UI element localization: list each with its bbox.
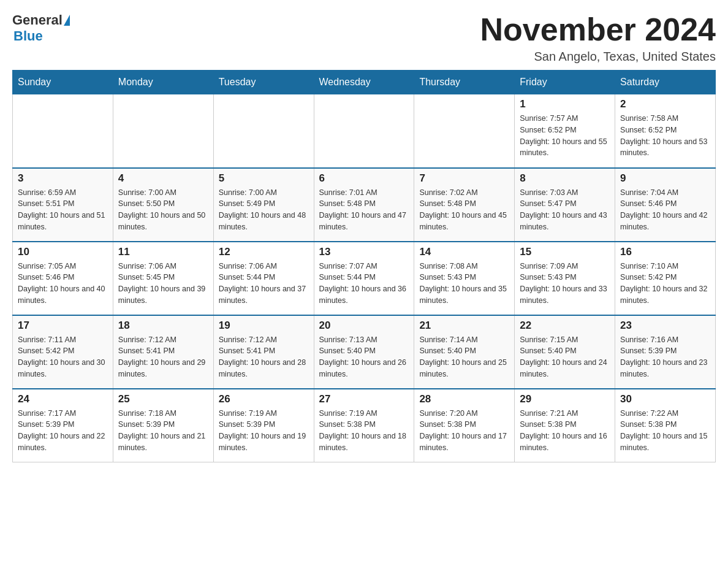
calendar-cell: 16Sunrise: 7:10 AMSunset: 5:42 PMDayligh… — [615, 242, 716, 315]
title-area: November 2024 San Angelo, Texas, United … — [480, 12, 716, 64]
calendar-cell — [414, 94, 515, 168]
day-number: 5 — [219, 172, 309, 185]
day-info: Sunrise: 7:00 AMSunset: 5:49 PMDaylight:… — [219, 187, 309, 233]
day-number: 8 — [520, 172, 610, 185]
calendar-cell: 1Sunrise: 7:57 AMSunset: 6:52 PMDaylight… — [515, 94, 615, 168]
header-thursday: Thursday — [414, 71, 515, 94]
day-info: Sunrise: 7:03 AMSunset: 5:47 PMDaylight:… — [520, 187, 610, 233]
day-info: Sunrise: 7:22 AMSunset: 5:38 PMDaylight:… — [620, 408, 710, 454]
calendar-cell: 19Sunrise: 7:12 AMSunset: 5:41 PMDayligh… — [213, 315, 314, 389]
calendar-cell: 12Sunrise: 7:06 AMSunset: 5:44 PMDayligh… — [213, 242, 314, 315]
day-number: 26 — [219, 393, 309, 405]
calendar-cell: 9Sunrise: 7:04 AMSunset: 5:46 PMDaylight… — [615, 168, 716, 242]
day-info: Sunrise: 7:17 AMSunset: 5:39 PMDaylight:… — [18, 408, 108, 454]
calendar-week-3: 10Sunrise: 7:05 AMSunset: 5:46 PMDayligh… — [13, 242, 716, 315]
calendar-cell: 13Sunrise: 7:07 AMSunset: 5:44 PMDayligh… — [314, 242, 414, 315]
day-number: 17 — [18, 320, 108, 332]
day-info: Sunrise: 7:07 AMSunset: 5:44 PMDaylight:… — [319, 261, 409, 307]
calendar-cell: 27Sunrise: 7:19 AMSunset: 5:38 PMDayligh… — [314, 389, 414, 462]
day-number: 2 — [620, 98, 710, 110]
calendar-cell: 24Sunrise: 7:17 AMSunset: 5:39 PMDayligh… — [13, 389, 113, 462]
calendar-cell — [13, 94, 113, 168]
day-info: Sunrise: 7:20 AMSunset: 5:38 PMDaylight:… — [419, 408, 509, 454]
header-saturday: Saturday — [615, 71, 716, 94]
calendar-cell: 6Sunrise: 7:01 AMSunset: 5:48 PMDaylight… — [314, 168, 414, 242]
calendar-cell — [213, 94, 314, 168]
day-number: 11 — [118, 246, 208, 258]
header-friday: Friday — [515, 71, 615, 94]
calendar-week-2: 3Sunrise: 6:59 AMSunset: 5:51 PMDaylight… — [13, 168, 716, 242]
calendar-cell: 2Sunrise: 7:58 AMSunset: 6:52 PMDaylight… — [615, 94, 716, 168]
day-number: 20 — [319, 320, 409, 332]
calendar-cell: 3Sunrise: 6:59 AMSunset: 5:51 PMDaylight… — [13, 168, 113, 242]
day-number: 23 — [620, 320, 710, 332]
logo-area: General Blue — [12, 12, 71, 44]
day-info: Sunrise: 7:01 AMSunset: 5:48 PMDaylight:… — [319, 187, 409, 233]
calendar-cell: 21Sunrise: 7:14 AMSunset: 5:40 PMDayligh… — [414, 315, 515, 389]
day-info: Sunrise: 7:09 AMSunset: 5:43 PMDaylight:… — [520, 261, 610, 307]
day-number: 28 — [419, 393, 509, 405]
day-info: Sunrise: 7:04 AMSunset: 5:46 PMDaylight:… — [620, 187, 710, 233]
calendar-cell: 23Sunrise: 7:16 AMSunset: 5:39 PMDayligh… — [615, 315, 716, 389]
day-number: 22 — [520, 320, 610, 332]
day-number: 6 — [319, 172, 409, 185]
calendar-cell: 17Sunrise: 7:11 AMSunset: 5:42 PMDayligh… — [13, 315, 113, 389]
page-header: General Blue November 2024 San Angelo, T… — [12, 12, 716, 64]
header-tuesday: Tuesday — [213, 71, 314, 94]
header-sunday: Sunday — [13, 71, 113, 94]
calendar-week-4: 17Sunrise: 7:11 AMSunset: 5:42 PMDayligh… — [13, 315, 716, 389]
day-info: Sunrise: 7:08 AMSunset: 5:43 PMDaylight:… — [419, 261, 509, 307]
day-info: Sunrise: 7:19 AMSunset: 5:38 PMDaylight:… — [319, 408, 409, 454]
day-info: Sunrise: 7:06 AMSunset: 5:44 PMDaylight:… — [219, 261, 309, 307]
day-number: 30 — [620, 393, 710, 405]
calendar-week-5: 24Sunrise: 7:17 AMSunset: 5:39 PMDayligh… — [13, 389, 716, 462]
calendar-cell: 29Sunrise: 7:21 AMSunset: 5:38 PMDayligh… — [515, 389, 615, 462]
day-info: Sunrise: 7:19 AMSunset: 5:39 PMDaylight:… — [219, 408, 309, 454]
day-number: 7 — [419, 172, 509, 185]
day-number: 10 — [18, 246, 108, 258]
logo-triangle-icon — [64, 15, 70, 26]
day-number: 14 — [419, 246, 509, 258]
day-info: Sunrise: 7:16 AMSunset: 5:39 PMDaylight:… — [620, 334, 710, 380]
location-title: San Angelo, Texas, United States — [480, 50, 716, 64]
day-number: 12 — [219, 246, 309, 258]
day-number: 13 — [319, 246, 409, 258]
day-number: 24 — [18, 393, 108, 405]
day-number: 1 — [520, 98, 610, 110]
day-number: 29 — [520, 393, 610, 405]
calendar-table: Sunday Monday Tuesday Wednesday Thursday… — [12, 70, 716, 462]
day-info: Sunrise: 7:57 AMSunset: 6:52 PMDaylight:… — [520, 113, 610, 159]
calendar-cell: 5Sunrise: 7:00 AMSunset: 5:49 PMDaylight… — [213, 168, 314, 242]
day-number: 15 — [520, 246, 610, 258]
calendar-cell: 10Sunrise: 7:05 AMSunset: 5:46 PMDayligh… — [13, 242, 113, 315]
calendar-cell: 8Sunrise: 7:03 AMSunset: 5:47 PMDaylight… — [515, 168, 615, 242]
calendar-cell: 7Sunrise: 7:02 AMSunset: 5:48 PMDaylight… — [414, 168, 515, 242]
day-number: 9 — [620, 172, 710, 185]
day-info: Sunrise: 7:13 AMSunset: 5:40 PMDaylight:… — [319, 334, 409, 380]
day-number: 27 — [319, 393, 409, 405]
day-info: Sunrise: 7:12 AMSunset: 5:41 PMDaylight:… — [118, 334, 208, 380]
day-info: Sunrise: 7:21 AMSunset: 5:38 PMDaylight:… — [520, 408, 610, 454]
logo-blue-text: Blue — [13, 28, 43, 44]
calendar-cell: 28Sunrise: 7:20 AMSunset: 5:38 PMDayligh… — [414, 389, 515, 462]
day-info: Sunrise: 7:18 AMSunset: 5:39 PMDaylight:… — [118, 408, 208, 454]
header-wednesday: Wednesday — [314, 71, 414, 94]
calendar-cell: 25Sunrise: 7:18 AMSunset: 5:39 PMDayligh… — [113, 389, 213, 462]
calendar-cell: 4Sunrise: 7:00 AMSunset: 5:50 PMDaylight… — [113, 168, 213, 242]
day-number: 16 — [620, 246, 710, 258]
day-number: 4 — [118, 172, 208, 185]
day-info: Sunrise: 7:05 AMSunset: 5:46 PMDaylight:… — [18, 261, 108, 307]
calendar-cell: 26Sunrise: 7:19 AMSunset: 5:39 PMDayligh… — [213, 389, 314, 462]
day-number: 3 — [18, 172, 108, 185]
day-info: Sunrise: 7:58 AMSunset: 6:52 PMDaylight:… — [620, 113, 710, 159]
logo-general-text: General — [12, 12, 63, 28]
header-monday: Monday — [113, 71, 213, 94]
day-info: Sunrise: 7:02 AMSunset: 5:48 PMDaylight:… — [419, 187, 509, 233]
day-info: Sunrise: 7:10 AMSunset: 5:42 PMDaylight:… — [620, 261, 710, 307]
logo: General — [12, 12, 71, 28]
day-number: 25 — [118, 393, 208, 405]
day-info: Sunrise: 7:15 AMSunset: 5:40 PMDaylight:… — [520, 334, 610, 380]
calendar-cell: 20Sunrise: 7:13 AMSunset: 5:40 PMDayligh… — [314, 315, 414, 389]
day-info: Sunrise: 7:00 AMSunset: 5:50 PMDaylight:… — [118, 187, 208, 233]
day-info: Sunrise: 7:14 AMSunset: 5:40 PMDaylight:… — [419, 334, 509, 380]
